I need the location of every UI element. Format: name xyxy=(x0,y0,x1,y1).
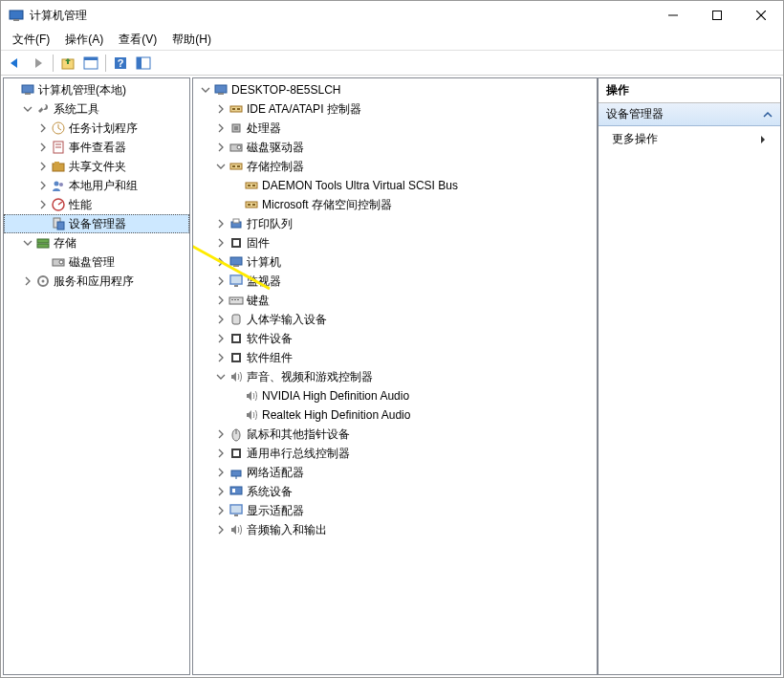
expand-icon[interactable] xyxy=(214,485,228,498)
tree-item[interactable]: Microsoft 存储空间控制器 xyxy=(193,195,597,214)
firmware-icon xyxy=(229,235,244,251)
collapse-icon[interactable] xyxy=(214,160,228,173)
tree-item[interactable]: 计算机 xyxy=(193,252,597,272)
tree-item-label: 处理器 xyxy=(247,120,281,137)
tree-item-label: 音频输入和输出 xyxy=(247,522,327,538)
expand-icon[interactable] xyxy=(214,351,228,364)
expand-icon[interactable] xyxy=(214,141,228,154)
tree-item[interactable]: 网络适配器 xyxy=(193,463,597,482)
svg-rect-13 xyxy=(22,85,33,93)
tree-item[interactable]: 键盘 xyxy=(193,291,597,310)
collapse-icon[interactable] xyxy=(199,83,212,97)
tree-item[interactable]: 计算机管理(本地) xyxy=(4,80,189,99)
disk-icon xyxy=(51,254,66,270)
up-button[interactable] xyxy=(57,53,78,74)
svg-rect-59 xyxy=(234,285,238,287)
tree-item[interactable]: 磁盘驱动器 xyxy=(193,138,597,157)
tree-item[interactable]: 设备管理器 xyxy=(4,214,189,233)
expand-icon[interactable] xyxy=(214,523,228,536)
tree-item[interactable]: Realtek High Definition Audio xyxy=(193,405,597,425)
actions-more[interactable]: 更多操作 xyxy=(599,126,780,152)
expand-icon[interactable] xyxy=(36,121,50,135)
expand-icon[interactable] xyxy=(214,313,228,326)
collapse-icon[interactable] xyxy=(21,236,34,250)
tree-item[interactable]: 系统工具 xyxy=(4,99,189,119)
expand-icon[interactable] xyxy=(214,121,228,135)
properties-button[interactable] xyxy=(133,53,154,74)
svg-rect-28 xyxy=(37,244,49,248)
expand-icon[interactable] xyxy=(214,332,228,345)
expand-icon[interactable] xyxy=(21,274,34,288)
tree-item[interactable]: IDE ATA/ATAPI 控制器 xyxy=(193,99,597,119)
expand-icon[interactable] xyxy=(214,466,228,479)
forward-button[interactable] xyxy=(28,53,49,74)
tree-item-label: 性能 xyxy=(69,197,92,213)
tree-item[interactable]: 固件 xyxy=(193,233,597,252)
tree-item[interactable]: 人体学输入设备 xyxy=(193,310,597,329)
tree-item[interactable]: NVIDIA High Definition Audio xyxy=(193,386,597,405)
tree-item[interactable]: 监视器 xyxy=(193,272,597,291)
expand-icon[interactable] xyxy=(214,255,228,269)
expand-icon[interactable] xyxy=(36,141,50,154)
tree-item[interactable]: 处理器 xyxy=(193,119,597,138)
svg-point-22 xyxy=(59,183,63,186)
show-hide-tree-button[interactable] xyxy=(80,53,101,74)
tree-item-label: 声音、视频和游戏控制器 xyxy=(247,369,373,385)
expand-icon[interactable] xyxy=(214,504,228,517)
tree-item[interactable]: 系统设备 xyxy=(193,482,597,501)
minimize-button[interactable] xyxy=(651,1,695,30)
toolbar-separator xyxy=(53,55,54,72)
expand-icon[interactable] xyxy=(214,294,228,307)
tree-item[interactable]: 服务和应用程序 xyxy=(4,272,189,291)
tree-item[interactable]: 任务计划程序 xyxy=(4,119,189,138)
svg-rect-19 xyxy=(53,164,64,171)
tree-item-label: 计算机管理(本地) xyxy=(38,82,126,98)
tree-item[interactable]: 软件组件 xyxy=(193,348,597,367)
device-tree[interactable]: DESKTOP-8E5SLCHIDE ATA/ATAPI 控制器处理器磁盘驱动器… xyxy=(193,78,597,541)
left-panel: 计算机管理(本地)系统工具任务计划程序事件查看器共享文件夹本地用户和组性能设备管… xyxy=(3,77,190,675)
mouse-icon xyxy=(229,426,244,442)
tree-item[interactable]: 存储控制器 xyxy=(193,157,597,176)
tree-item[interactable]: DESKTOP-8E5SLCH xyxy=(193,80,597,99)
scope-tree[interactable]: 计算机管理(本地)系统工具任务计划程序事件查看器共享文件夹本地用户和组性能设备管… xyxy=(4,78,189,293)
expand-icon[interactable] xyxy=(36,179,50,192)
tree-item-label: 显示适配器 xyxy=(247,503,304,519)
collapse-icon[interactable] xyxy=(214,370,228,383)
tree-item[interactable]: 共享文件夹 xyxy=(4,157,189,176)
expand-icon[interactable] xyxy=(214,274,228,288)
expand-icon[interactable] xyxy=(36,198,50,211)
tree-item-label: 系统设备 xyxy=(247,484,293,500)
tree-item[interactable]: DAEMON Tools Ultra Virtual SCSI Bus xyxy=(193,176,597,195)
tree-item[interactable]: 显示适配器 xyxy=(193,501,597,520)
expand-icon[interactable] xyxy=(214,236,228,250)
expand-icon[interactable] xyxy=(36,160,50,173)
tree-item[interactable]: 软件设备 xyxy=(193,329,597,348)
expand-icon[interactable] xyxy=(214,217,228,230)
svg-rect-68 xyxy=(233,355,239,361)
tree-item[interactable]: 磁盘管理 xyxy=(4,252,189,272)
tree-item[interactable]: 存储 xyxy=(4,233,189,252)
maximize-button[interactable] xyxy=(695,1,739,30)
back-button[interactable] xyxy=(5,53,26,74)
tree-item[interactable]: 通用串行总线控制器 xyxy=(193,444,597,463)
svg-rect-37 xyxy=(237,108,240,110)
expand-icon[interactable] xyxy=(214,427,228,441)
expand-icon[interactable] xyxy=(214,102,228,116)
tree-item[interactable]: 音频输入和输出 xyxy=(193,520,597,539)
tree-item[interactable]: 声音、视频和游戏控制器 xyxy=(193,367,597,386)
menu-file[interactable]: 文件(F) xyxy=(5,30,57,50)
help-button[interactable]: ? xyxy=(110,53,131,74)
tree-item-label: 设备管理器 xyxy=(69,216,126,232)
menu-action[interactable]: 操作(A) xyxy=(57,30,111,50)
tree-item[interactable]: 本地用户和组 xyxy=(4,176,189,195)
menu-help[interactable]: 帮助(H) xyxy=(164,30,219,50)
tree-item[interactable]: 事件查看器 xyxy=(4,138,189,157)
tree-item[interactable]: 鼠标和其他指针设备 xyxy=(193,425,597,444)
actions-section[interactable]: 设备管理器 xyxy=(599,103,780,126)
close-button[interactable] xyxy=(739,1,783,30)
menu-view[interactable]: 查看(V) xyxy=(111,30,164,50)
collapse-icon[interactable] xyxy=(21,102,34,116)
tree-item[interactable]: 性能 xyxy=(4,195,189,214)
tree-item[interactable]: 打印队列 xyxy=(193,214,597,233)
expand-icon[interactable] xyxy=(214,447,228,460)
